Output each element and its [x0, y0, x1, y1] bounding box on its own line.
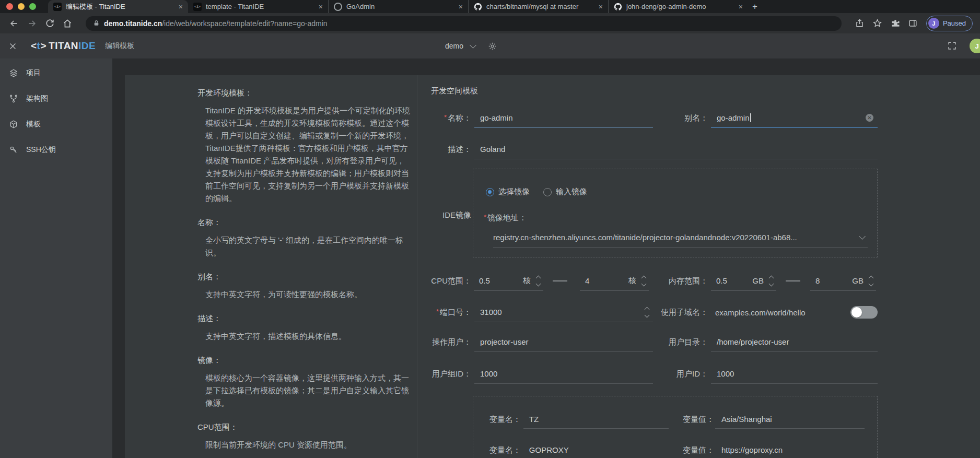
edit-template-panel: 开发环境模板： TitanIDE 的开发环境模板是为用户提供一个可定制化的环境模…	[125, 75, 980, 458]
op-user-value: projector-user	[480, 337, 529, 346]
var-name-value: GOPROXY	[529, 445, 569, 454]
address-bar[interactable]: demo.titanide.cn/ide/web/workspace/templ…	[86, 16, 842, 31]
op-user-input[interactable]: projector-user	[474, 332, 653, 352]
tab-close-icon[interactable]: ×	[459, 3, 463, 10]
form-row-description: 描述： Goland	[431, 139, 878, 159]
stepper-icon[interactable]	[640, 276, 647, 286]
back-icon[interactable]	[7, 17, 21, 30]
reload-icon[interactable]	[43, 17, 56, 30]
description-value: Goland	[480, 145, 505, 154]
var-name-value: TZ	[529, 415, 539, 424]
architecture-icon	[9, 94, 18, 103]
url-text[interactable]: demo.titanide.cn/ide/web/workspace/templ…	[104, 19, 328, 28]
radio-selected-icon[interactable]	[486, 188, 494, 196]
page-title: 编辑模板	[105, 41, 134, 51]
sidebar-item-label: 架构图	[26, 94, 48, 103]
cpu-max-field[interactable]: 4 核	[580, 271, 649, 291]
user-dir-input[interactable]: /home/projector-user	[711, 332, 878, 352]
tab-goadmin[interactable]: GoAdmin ×	[328, 0, 468, 13]
share-icon[interactable]	[853, 17, 867, 30]
sidebar-item-ssh-keys[interactable]: SSH公钥	[0, 137, 112, 162]
sidebar-item-label: 模板	[26, 120, 41, 129]
chevron-down-icon[interactable]	[470, 42, 476, 49]
var-value-input[interactable]: https://goproxy.cn	[715, 441, 865, 458]
text-cursor	[750, 113, 751, 122]
toggle-knob	[851, 307, 862, 318]
image-address-select[interactable]: registry.cn-shenzhen.aliyuncs.com/titani…	[493, 228, 868, 248]
home-icon[interactable]	[61, 17, 74, 30]
stepper-icon[interactable]	[768, 276, 774, 286]
tab-close-icon[interactable]: ×	[599, 3, 603, 10]
tab-close-icon[interactable]: ×	[319, 3, 323, 10]
lock-icon[interactable]	[93, 20, 100, 27]
sidebar-item-architecture[interactable]: 架构图	[0, 86, 112, 111]
stepper-icon[interactable]	[868, 276, 874, 286]
tab-go-admin-demo[interactable]: john-deng/go-admin-demo ×	[608, 0, 748, 13]
extensions-puzzle-icon[interactable]	[889, 17, 902, 30]
cpu-min-field[interactable]: 0.5 核	[474, 271, 543, 291]
memory-max-field[interactable]: 8 GB	[810, 271, 876, 291]
radio-select-image[interactable]: 选择镜像	[486, 187, 530, 197]
close-editor-icon[interactable]	[8, 42, 17, 51]
tab-title: charts/bitnami/mysql at master	[486, 3, 594, 10]
var-name-label: 变量名：	[488, 445, 521, 455]
tab-edit-template[interactable]: <t> 编辑模板 - TitanIDE ×	[48, 0, 188, 13]
sidebar-item-projects[interactable]: 项目	[0, 60, 112, 86]
profile-status-label: Paused	[943, 19, 966, 27]
radio-unselected-icon[interactable]	[543, 188, 552, 196]
port-input[interactable]: 31000	[474, 302, 653, 322]
user-id-input[interactable]: 1000	[711, 364, 878, 384]
description-label: 描述：	[431, 145, 471, 155]
bookmark-star-icon[interactable]	[871, 17, 884, 30]
cube-icon	[9, 120, 18, 129]
chevron-down-icon[interactable]	[859, 233, 866, 240]
memory-unit: GB	[752, 276, 764, 285]
memory-min-field[interactable]: 0.5 GB	[711, 271, 776, 291]
group-id-input[interactable]: 1000	[474, 364, 653, 384]
radio-label: 输入镜像	[556, 187, 587, 197]
variable-row: 变量名： TZ 变量值： Asia/Shanghai	[488, 410, 865, 429]
zoom-window-icon[interactable]	[29, 3, 36, 10]
tab-title: 编辑模板 - TitanIDE	[66, 2, 174, 11]
radio-input-image[interactable]: 输入镜像	[543, 187, 587, 197]
tab-close-icon[interactable]: ×	[179, 3, 183, 10]
profile-paused-button[interactable]: J Paused	[926, 16, 973, 31]
var-value-input[interactable]: Asia/Shanghai	[715, 410, 865, 429]
required-marker: *	[484, 213, 486, 221]
sidebar-item-label: 项目	[26, 68, 41, 78]
close-window-icon[interactable]	[6, 3, 13, 10]
description-input[interactable]: Goland	[474, 139, 878, 159]
logo-titan: TITAN	[49, 40, 78, 52]
tab-close-icon[interactable]: ×	[739, 3, 743, 10]
tab-template[interactable]: <t> template - TitanIDE ×	[188, 0, 328, 13]
alias-input[interactable]: go-admin✕	[711, 108, 878, 128]
column-divider	[417, 75, 417, 458]
new-tab-button[interactable]: +	[748, 0, 762, 13]
workspace-selector[interactable]: demo	[445, 42, 463, 50]
stepper-icon[interactable]	[535, 276, 541, 286]
forward-icon[interactable]	[25, 17, 39, 30]
help-section-title: 描述：	[197, 312, 412, 325]
fullscreen-icon[interactable]	[947, 41, 957, 51]
clear-icon[interactable]: ✕	[866, 114, 873, 122]
side-panel-icon[interactable]	[906, 17, 920, 30]
sidebar-item-templates[interactable]: 模板	[0, 111, 112, 137]
form-row-cpu-memory: CPU范围： 0.5 核 4 核 内存范围： 0.5 GB	[431, 271, 878, 291]
subdomain-toggle[interactable]	[850, 306, 878, 319]
screen: <t> 编辑模板 - TitanIDE × <t> template - Tit…	[0, 0, 980, 458]
cpu-unit: 核	[523, 276, 531, 286]
cpu-unit: 核	[628, 276, 636, 286]
stepper-icon[interactable]	[644, 308, 650, 317]
var-name-input[interactable]: TZ	[523, 410, 669, 429]
user-avatar[interactable]: J	[970, 39, 980, 53]
var-name-input[interactable]: GOPROXY	[523, 441, 669, 458]
macos-traffic-lights[interactable]	[6, 3, 36, 10]
settings-gear-icon[interactable]	[488, 42, 497, 51]
tab-charts-bitnami-mysql[interactable]: charts/bitnami/mysql at master ×	[468, 0, 608, 13]
app-header: <t>TITANIDE 编辑模板 demo J	[0, 33, 980, 58]
sidebar: 项目 架构图 模板 SSH公钥	[0, 58, 112, 458]
tab-title: template - TitanIDE	[206, 3, 314, 10]
name-value: go-admin	[480, 113, 513, 122]
minimize-window-icon[interactable]	[18, 3, 25, 10]
name-input[interactable]: go-admin	[474, 108, 653, 128]
